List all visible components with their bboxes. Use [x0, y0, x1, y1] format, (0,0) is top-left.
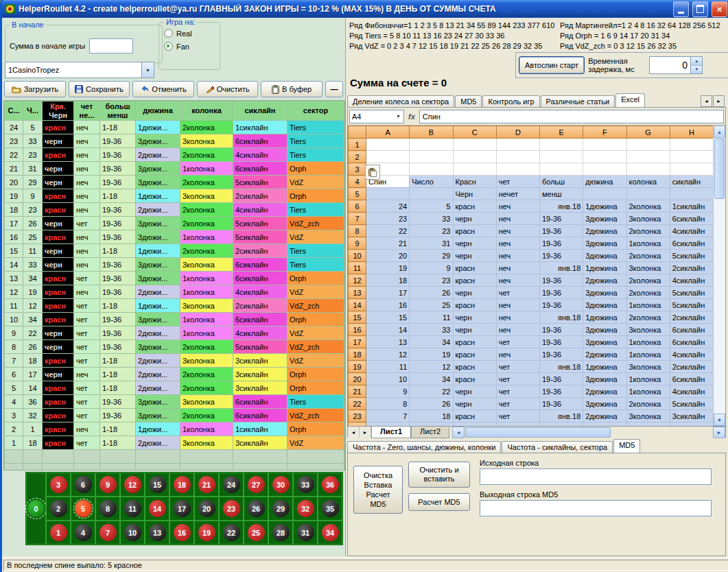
- tab-различные-статьи[interactable]: Различные статьи: [541, 95, 615, 107]
- excel-cell-D13[interactable]: чет: [496, 287, 539, 299]
- excel-row-header-2[interactable]: 2: [349, 151, 366, 163]
- excel-cell-G18[interactable]: 1колонка: [626, 348, 670, 361]
- excel-cell-B12[interactable]: 23: [410, 274, 453, 287]
- excel-cell-H13[interactable]: 5сиклайн: [670, 287, 713, 299]
- excel-col-header-G[interactable]: G: [626, 126, 670, 139]
- excel-cell-A10[interactable]: 20: [366, 250, 410, 262]
- tab-excel[interactable]: Excel: [615, 93, 645, 107]
- excel-cell-E20[interactable]: 19-36: [540, 373, 583, 385]
- excel-row-header-24[interactable]: 24: [349, 422, 366, 427]
- excel-cell-H16[interactable]: 6сиклайн: [670, 324, 713, 336]
- excel-row-header-13[interactable]: 13: [349, 287, 366, 299]
- excel-cell-F23[interactable]: 2дюжина: [583, 410, 626, 422]
- excel-cell-C7[interactable]: черн: [453, 213, 496, 225]
- excel-cell-H8[interactable]: 4сиклайн: [670, 225, 713, 237]
- excel-cell-H4[interactable]: сиклайн: [670, 176, 713, 188]
- excel-cell-B10[interactable]: 29: [410, 250, 453, 262]
- excel-cell-A2[interactable]: [366, 151, 410, 163]
- excel-cell-E21[interactable]: 19-36: [540, 385, 583, 398]
- excel-row-header-22[interactable]: 22: [349, 398, 366, 410]
- excel-cell-B11[interactable]: 9: [410, 262, 453, 274]
- excel-cell-C10[interactable]: черн: [453, 250, 496, 262]
- excel-cell-C2[interactable]: [453, 151, 496, 163]
- excel-cell-G8[interactable]: 2колонка: [626, 225, 670, 237]
- excel-cell-A8[interactable]: 22: [366, 225, 410, 237]
- excel-col-header-B[interactable]: B: [410, 126, 453, 139]
- excel-cell-D17[interactable]: чет: [496, 336, 539, 348]
- excel-cell-G16[interactable]: 3колонка: [626, 324, 670, 336]
- excel-cell-C15[interactable]: черн: [453, 311, 496, 324]
- excel-cell-D18[interactable]: неч: [496, 348, 539, 361]
- excel-cell-D23[interactable]: чет: [496, 410, 539, 422]
- excel-row-header-17[interactable]: 17: [349, 336, 366, 348]
- fx-icon[interactable]: fx: [406, 112, 417, 121]
- excel-cell-H5[interactable]: [670, 188, 713, 200]
- excel-cell-E16[interactable]: 19-36: [540, 324, 583, 336]
- excel-cell-G24[interactable]: 2колонка: [626, 422, 670, 427]
- excel-cell-C13[interactable]: черн: [453, 287, 496, 299]
- excel-cell-B13[interactable]: 26: [410, 287, 453, 299]
- excel-cell-F13[interactable]: 3дюжина: [583, 287, 626, 299]
- excel-cell-E13[interactable]: 19-36: [540, 287, 583, 299]
- excel-cell-C24[interactable]: черн: [453, 422, 496, 427]
- excel-cell-G19[interactable]: 3колонка: [626, 361, 670, 373]
- excel-cell-H1[interactable]: [670, 139, 713, 151]
- excel-cell-E8[interactable]: 19-36: [540, 225, 583, 237]
- md5-clear-paste-calc-button[interactable]: Очистка Вставка Расчет MD5: [353, 466, 403, 514]
- excel-cell-G5[interactable]: [626, 188, 670, 200]
- namebox-dropdown-icon[interactable]: ▼: [395, 114, 401, 119]
- excel-row-header-21[interactable]: 21: [349, 385, 366, 398]
- excel-cell-D1[interactable]: [496, 139, 539, 151]
- scroll-down-icon[interactable]: ▼: [714, 414, 725, 426]
- excel-cell-B4[interactable]: Число: [410, 176, 453, 188]
- casino-select[interactable]: 1CasinoTropez ▼: [5, 62, 154, 78]
- excel-col-header-C[interactable]: C: [453, 126, 496, 139]
- excel-cell-C5[interactable]: Черн: [453, 188, 496, 200]
- excel-cell-D2[interactable]: [496, 151, 539, 163]
- excel-row-header-16[interactable]: 16: [349, 324, 366, 336]
- excel-cell-H6[interactable]: 1сиклайн: [670, 200, 713, 213]
- board-cell-34[interactable]: 34: [318, 521, 342, 545]
- excel-cell-F16[interactable]: 3дюжина: [583, 324, 626, 336]
- excel-cell-F19[interactable]: 1дюжина: [583, 361, 626, 373]
- excel-cell-B9[interactable]: 31: [410, 237, 453, 250]
- excel-row-header-8[interactable]: 8: [349, 225, 366, 237]
- excel-cell-G11[interactable]: 3колонка: [626, 262, 670, 274]
- excel-cell-B21[interactable]: 22: [410, 385, 453, 398]
- radio-real[interactable]: Real: [164, 29, 215, 38]
- excel-cell-F4[interactable]: дюжина: [583, 176, 626, 188]
- board-cell-8[interactable]: 8: [95, 497, 120, 521]
- excel-cell-D16[interactable]: неч: [496, 324, 539, 336]
- paste-options-icon[interactable]: [365, 165, 380, 180]
- excel-cell-F14[interactable]: 3дюжина: [583, 299, 626, 311]
- excel-cell-D12[interactable]: неч: [496, 274, 539, 287]
- excel-cell-A19[interactable]: 11: [366, 361, 410, 373]
- excel-row-header-18[interactable]: 18: [349, 348, 366, 361]
- excel-cell-F8[interactable]: 2дюжина: [583, 225, 626, 237]
- maximize-button[interactable]: [692, 1, 708, 17]
- excel-cell-D11[interactable]: неч: [496, 262, 539, 274]
- excel-cell-H17[interactable]: 6сиклайн: [670, 336, 713, 348]
- excel-cell-H18[interactable]: 4сиклайн: [670, 348, 713, 361]
- excel-col-header-A[interactable]: A: [366, 126, 410, 139]
- excel-cell-G13[interactable]: 2колонка: [626, 287, 670, 299]
- board-cell-32[interactable]: 32: [293, 497, 318, 521]
- board-cell-7[interactable]: 7: [95, 521, 120, 545]
- excel-cell-A20[interactable]: 10: [366, 373, 410, 385]
- delay-spinner[interactable]: 0 ▲ ▼: [649, 56, 703, 74]
- excel-cell-G20[interactable]: 1колонка: [626, 373, 670, 385]
- md5-output-field[interactable]: [480, 500, 712, 516]
- excel-cell-H10[interactable]: 5сиклайн: [670, 250, 713, 262]
- excel-cell-E15[interactable]: янв.18: [540, 311, 583, 324]
- excel-row-header-5[interactable]: 5: [349, 188, 366, 200]
- excel-row-header-20[interactable]: 20: [349, 373, 366, 385]
- excel-cell-C23[interactable]: красн: [453, 410, 496, 422]
- excel-cell-E10[interactable]: 19-36: [540, 250, 583, 262]
- board-cell-31[interactable]: 31: [293, 521, 318, 545]
- excel-cell-H11[interactable]: 2сиклайн: [670, 262, 713, 274]
- excel-cell-H20[interactable]: 6сиклайн: [670, 373, 713, 385]
- board-cell-1[interactable]: 1: [46, 521, 71, 545]
- excel-cell-B18[interactable]: 19: [410, 348, 453, 361]
- excel-cell-F12[interactable]: 2дюжина: [583, 274, 626, 287]
- excel-cell-A22[interactable]: 8: [366, 398, 410, 410]
